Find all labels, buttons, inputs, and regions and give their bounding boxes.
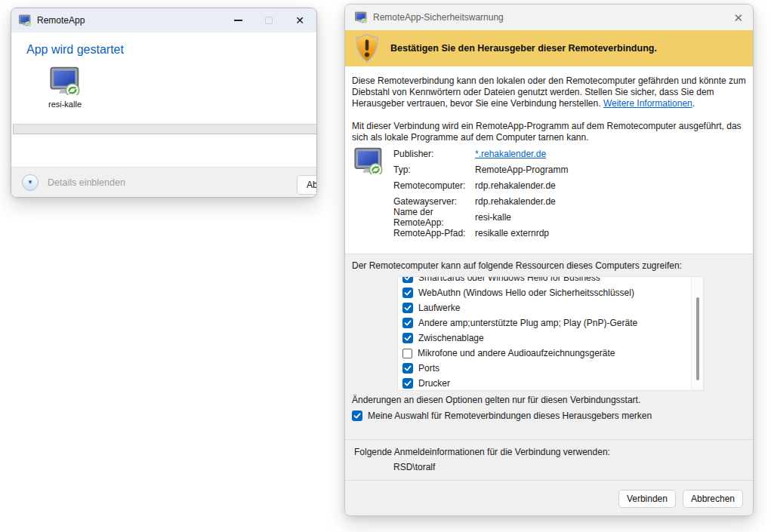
checkbox-checked-icon[interactable] [402,276,413,283]
resource-label: Laufwerke [418,303,460,313]
warning-body: Diese Remoteverbindung kann den lokalen … [345,66,753,254]
maximize-icon[interactable] [265,17,273,24]
detail-label: Typ: [393,165,475,175]
titlebar[interactable]: RemoteApp ✕ [11,8,316,32]
page-title: App wird gestartet [26,43,316,57]
detail-label: Remotecomputer: [393,180,475,191]
options-note: Änderungen an diesen Optionen gelten nur… [352,395,753,405]
window-title: RemoteApp [37,15,85,26]
resource-row: Drucker [402,376,703,391]
warning-paragraph: Diese Remoteverbindung kann den lokalen … [352,75,750,109]
resource-row: Mikrofone und andere Audioaufzeichnungsg… [402,346,703,361]
checkbox-unchecked-icon[interactable] [402,349,412,358]
warning-period: . [692,98,695,109]
window-title: RemoteApp-Sicherheitswarnung [373,12,504,23]
masquerade-paragraph: Mit dieser Verbindung wird ein RemoteApp… [352,121,750,143]
detail-row-type: Typ: RemoteApp-Programm [393,161,568,177]
resources-section: Der Remotecomputer kann auf folgende Res… [345,254,753,480]
checkbox-checked-icon[interactable] [402,303,413,313]
close-icon[interactable]: ✕ [733,12,743,23]
credentials-value: RSD\toralf [393,462,753,472]
resources-rows: Smartcards oder Windows Hello for Busine… [398,276,703,391]
detail-label: Publisher: [393,149,475,159]
details-toggle-label[interactable]: Details einblenden [48,177,125,188]
chevron-down-icon: ▼ [27,179,33,186]
checkbox-checked-icon[interactable] [402,378,413,389]
cancel-button[interactable]: Abbrechen [297,175,317,195]
publisher-link[interactable]: *.rehakalender.de [475,149,546,159]
resource-label: Mikrofone und andere Audioaufzeichnungsg… [418,348,615,358]
more-info-link[interactable]: Weitere Informationen [603,98,692,109]
details-expander-button[interactable]: ▼ [22,174,39,191]
remember-choice-row: Meine Auswahl für Remoteverbindungen die… [352,411,753,421]
detail-value: RemoteApp-Programm [475,165,568,175]
resource-row: WebAuthn (Windows Hello oder Sicherheits… [402,285,703,300]
detail-label: Name der RemoteApp: [393,207,475,228]
credentials-section: Folgende Anmeldeinformationen für die Ve… [345,439,753,472]
connection-details: Publisher: *.rehakalender.de Typ: Remote… [354,146,753,241]
resource-row: Smartcards oder Windows Hello for Busine… [402,276,703,285]
warning-banner: Bestätigen Sie den Herausgeber dieser Re… [345,30,753,66]
detail-value: rdp.rehakalender.de [475,196,556,207]
checkbox-checked-icon[interactable] [402,363,413,374]
remember-choice-label: Meine Auswahl für Remoteverbindungen die… [368,411,652,421]
detail-label: Gatewayserver: [393,196,475,207]
connect-button[interactable]: Verbinden [618,490,676,508]
progress-bar [13,124,317,134]
minimize-icon[interactable] [234,20,242,21]
detail-value: resikalle externrdp [475,228,549,238]
detail-value: resi-kalle [475,212,511,223]
detail-row-apppath: RemoteApp-Pfad: resikalle externrdp [393,225,568,241]
resources-heading: Der Remotecomputer kann auf folgende Res… [352,260,753,271]
remoteapp-icon [355,11,367,23]
detail-label: RemoteApp-Pfad: [393,228,475,238]
resource-label: Drucker [418,378,450,389]
resource-row: Andere amp;unterstützte Plug amp; Play (… [402,315,703,331]
detail-table: Publisher: *.rehakalender.de Typ: Remote… [393,146,568,241]
checkbox-checked-icon[interactable] [402,318,413,328]
resource-row: Zwischenablage [402,331,703,346]
remoteapp-large-icon [50,85,80,97]
scrollbar-track[interactable] [691,277,703,390]
titlebar[interactable]: RemoteApp-Sicherheitswarnung ✕ [345,5,753,30]
detail-row-publisher: Publisher: *.rehakalender.de [393,146,568,161]
resource-label: Andere amp;unterstützte Plug amp; Play (… [418,318,637,328]
resource-row: Ports [402,361,703,376]
cancel-button[interactable]: Abbrechen [683,490,743,508]
shield-warning-icon [353,33,381,63]
banner-text: Bestätigen Sie den Herausgeber dieser Re… [390,43,657,54]
checkbox-checked-icon[interactable] [402,288,413,298]
footer: ▼ Details einblenden Abbrechen [11,167,316,197]
remoteapp-progress-window: RemoteApp ✕ App wird gestartet resi-kall… [11,8,317,198]
remoteapp-icon [19,14,31,26]
resource-label: Smartcards oder Windows Hello for Busine… [418,276,600,283]
app-icon-block: resi-kalle [35,66,95,109]
resource-label: Zwischenablage [418,333,484,343]
resource-label: Ports [418,363,439,374]
resource-row: Laufwerke [402,300,703,315]
scrollbar-thumb[interactable] [696,297,699,380]
remoteapp-large-icon [354,147,383,241]
dialog-footer: Verbinden Abbrechen [345,480,753,516]
credentials-heading: Folgende Anmeldeinformationen für die Ve… [354,447,753,457]
detail-row-remotecomputer: Remotecomputer: rdp.rehakalender.de [393,177,568,193]
detail-value: rdp.rehakalender.de [475,180,556,191]
resources-listbox[interactable]: Smartcards oder Windows Hello for Busine… [397,276,704,391]
resource-label: WebAuthn (Windows Hello oder Sicherheits… [418,288,634,298]
app-name-label: resi-kalle [35,100,95,109]
checkbox-checked-icon[interactable] [352,411,362,421]
remoteapp-security-dialog: RemoteApp-Sicherheitswarnung ✕ Bestätige… [344,4,754,516]
checkbox-checked-icon[interactable] [402,333,413,343]
detail-row-appname: Name der RemoteApp: resi-kalle [393,209,568,225]
close-icon[interactable]: ✕ [295,15,304,26]
